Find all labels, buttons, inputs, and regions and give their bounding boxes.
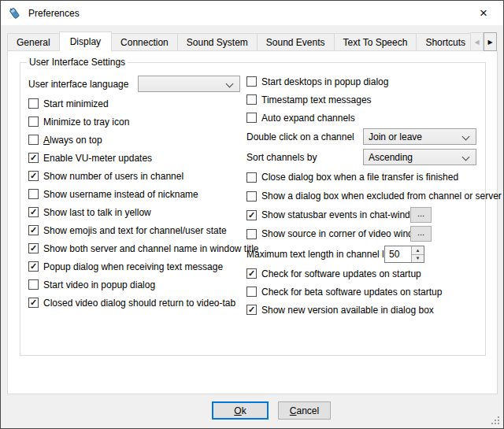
checkbox[interactable]: [246, 76, 257, 87]
checkbox[interactable]: [246, 287, 257, 297]
browse-row: ✓ Show statusbar events in chat-window .…: [246, 205, 483, 224]
browse-row: Show source in corner of video window ..…: [246, 224, 483, 243]
tab-scroll-right-icon[interactable]: ▶: [484, 32, 497, 51]
check-row: Start video in popup dialog: [28, 276, 249, 294]
chevron-down-icon: [226, 80, 234, 88]
tab-sound-system[interactable]: Sound System: [177, 33, 258, 51]
ok-button[interactable]: Ok: [212, 401, 269, 420]
checkbox-label: Start video in popup dialog: [43, 279, 155, 290]
checkbox-label: Closed video dialog should return to vid…: [43, 298, 235, 309]
checkbox-label: Show new version available in dialog box: [261, 305, 434, 316]
checkbox-label: Show a dialog box when excluded from cha…: [261, 190, 502, 202]
language-row: User interface language: [28, 74, 249, 94]
spinner-buttons: ▲ ▼: [411, 246, 424, 262]
double-click-label: Double click on a channel: [246, 131, 354, 142]
language-label: User interface language: [28, 79, 128, 90]
tab-bar: General Display Connection Sound System …: [7, 30, 497, 51]
checkbox[interactable]: ✓: [28, 261, 39, 272]
checkbox[interactable]: [28, 279, 39, 290]
checkbox-label: Close dialog box when a file transfer is…: [261, 172, 458, 183]
checkbox-label: Show last to talk in yellow: [43, 207, 151, 218]
checkbox[interactable]: ✓: [28, 153, 39, 163]
checkbox-label: Enable VU-meter updates: [43, 153, 152, 164]
dropdown-row: Sort channels by Ascending: [246, 147, 483, 168]
checkbox-label: Show username instead of nickname: [43, 189, 198, 200]
statusbar-events-browse-button[interactable]: ...: [410, 207, 432, 223]
max-text-length-spinner[interactable]: 50 ▲ ▼: [384, 246, 424, 263]
check-row: Check for beta software updates on start…: [246, 283, 483, 301]
check-row: ✓ Show both server and channel name in w…: [28, 239, 249, 257]
checkbox[interactable]: [246, 229, 257, 239]
sort-channels-select[interactable]: Ascending: [363, 149, 476, 165]
check-row: Auto expand channels: [246, 109, 483, 127]
check-row: Minimize to tray icon: [28, 113, 249, 131]
tab-general[interactable]: General: [7, 33, 60, 51]
checkbox-label: Show both server and channel name in win…: [43, 243, 259, 254]
check-row: Start desktops in popup dialog: [246, 72, 483, 91]
check-row: Show username instead of nickname: [28, 185, 249, 203]
checkbox-label: Auto expand channels: [261, 113, 355, 124]
double-click-value: Join or leave: [364, 129, 476, 142]
right-column: Start desktops in popup dialog Timestamp…: [246, 72, 483, 319]
close-icon[interactable]: ×: [470, 3, 497, 23]
check-row: ✓ Show new version available in dialog b…: [246, 301, 483, 319]
checkbox[interactable]: [28, 98, 39, 109]
spin-down-icon[interactable]: ▼: [412, 255, 424, 263]
tab-shortcuts[interactable]: Shortcuts: [416, 33, 475, 51]
check-row: Close dialog box when a file transfer is…: [246, 168, 483, 187]
check-row: ✓ Show number of users in channel: [28, 167, 249, 185]
titlebar[interactable]: Preferences ×: [1, 1, 503, 25]
checkbox[interactable]: ✓: [246, 305, 257, 315]
checkbox[interactable]: [28, 135, 39, 145]
checkbox[interactable]: ✓: [28, 243, 39, 253]
check-row: Timestamp text messages: [246, 91, 483, 109]
checkbox-label: Show emojis and text for channel/user st…: [43, 225, 227, 236]
check-row: Show a dialog box when excluded from cha…: [246, 187, 483, 205]
check-row: ✓ Enable VU-meter updates: [28, 149, 249, 167]
checkbox[interactable]: ✓: [246, 210, 257, 220]
checkbox-label: Check for software updates on startup: [261, 268, 421, 279]
resize-grip[interactable]: [498, 423, 499, 424]
checkbox[interactable]: [246, 94, 257, 105]
checkbox[interactable]: [28, 116, 39, 127]
checkbox[interactable]: [28, 189, 39, 199]
video-source-browse-button[interactable]: ...: [410, 226, 432, 242]
max-text-length-value: 50: [385, 246, 411, 262]
tab-sound-events[interactable]: Sound Events: [257, 33, 335, 51]
checkbox-label: Start minimized: [43, 98, 109, 109]
group-title: User Interface Settings: [27, 57, 128, 68]
check-row: ✓ Show last to talk in yellow: [28, 203, 249, 221]
check-row: Start minimized: [28, 94, 249, 113]
double-click-select[interactable]: Join or leave: [363, 128, 476, 145]
checkbox[interactable]: [246, 191, 257, 202]
checkbox[interactable]: ✓: [28, 171, 39, 181]
preferences-dialog: Preferences × General Display Connection…: [0, 0, 504, 429]
check-row: ✓ Popup dialog when receiving text messa…: [28, 257, 249, 276]
dropdown-row: Double click on a channel Join or leave: [246, 127, 483, 147]
tab-scroll: ◀ ▶: [470, 32, 497, 51]
check-row: ✓ Check for software updates on startup: [246, 264, 483, 283]
checkbox[interactable]: [246, 113, 257, 123]
tab-display[interactable]: Display: [59, 31, 112, 51]
app-icon: [8, 6, 21, 20]
checkbox-label: Show number of users in channel: [43, 171, 183, 182]
language-value: [139, 76, 239, 79]
check-row: ✓ Closed video dialog should return to v…: [28, 294, 249, 312]
checkbox-label: Minimize to tray icon: [43, 116, 129, 128]
tab-scroll-left-icon[interactable]: ◀: [470, 32, 484, 51]
checkbox[interactable]: [246, 172, 257, 183]
checkbox[interactable]: ✓: [28, 298, 39, 308]
tab-connection[interactable]: Connection: [111, 33, 178, 51]
cancel-button[interactable]: Cancel: [278, 401, 331, 420]
checkbox-label: Show source in corner of video window: [261, 228, 425, 239]
checkbox-label: Start desktops in popup dialog: [261, 76, 388, 87]
tab-text-to-speech[interactable]: Text To Speech: [334, 33, 417, 51]
checkbox[interactable]: ✓: [28, 225, 39, 235]
language-select[interactable]: [138, 76, 240, 92]
max-text-length-label: Maximum text length in channel list: [246, 249, 394, 260]
checkbox[interactable]: ✓: [246, 268, 257, 279]
check-row: Always on top: [28, 131, 249, 149]
spin-up-icon[interactable]: ▲: [412, 246, 424, 255]
checkbox[interactable]: ✓: [28, 207, 39, 217]
checkbox-label: Show statusbar events in chat-window: [261, 209, 422, 220]
